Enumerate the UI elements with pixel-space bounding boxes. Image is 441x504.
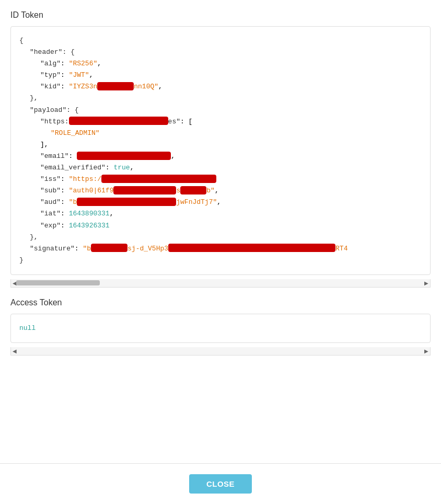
code-line: "payload": { bbox=[19, 105, 422, 116]
access-token-code-block: null bbox=[10, 314, 431, 343]
access-token-value: null bbox=[19, 324, 36, 332]
code-line: null bbox=[19, 323, 422, 334]
access-token-section: Access Token null ◀ ▶ bbox=[10, 298, 431, 356]
code-line: } bbox=[19, 255, 422, 266]
scroll-right-arrow[interactable]: ▶ bbox=[424, 280, 428, 286]
code-line: "exp": 1643926331 bbox=[19, 220, 422, 232]
modal-container: ID Token { "header": { "alg": "RS256", "… bbox=[0, 0, 441, 504]
code-line: "https:es": [ bbox=[19, 116, 422, 128]
close-button[interactable]: CLOSE bbox=[189, 474, 252, 494]
code-line: "iss": "https:/ bbox=[19, 174, 422, 185]
code-line: { bbox=[19, 35, 422, 47]
scrollbar-thumb[interactable] bbox=[16, 280, 100, 285]
code-line: "iat": 1643890331, bbox=[19, 208, 422, 220]
modal-footer: CLOSE bbox=[0, 463, 441, 504]
code-line: "kid": "IYZS3nnn10Q", bbox=[19, 81, 422, 93]
scrollbar-track-2 bbox=[11, 349, 430, 353]
code-line: "signature": "bsj-d_V5Hp3RT4 bbox=[19, 243, 422, 255]
code-line: "email_verified": true, bbox=[19, 162, 422, 174]
access-token-title: Access Token bbox=[10, 298, 431, 307]
code-line: }, bbox=[19, 232, 422, 243]
access-token-scrollbar[interactable]: ◀ ▶ bbox=[10, 347, 431, 356]
code-line: }, bbox=[19, 93, 422, 104]
code-line: "aud": "bjwFnJdTj7", bbox=[19, 197, 422, 208]
code-line: ], bbox=[19, 139, 422, 151]
id-token-section: ID Token { "header": { "alg": "RS256", "… bbox=[10, 10, 431, 288]
id-token-scrollbar[interactable]: ◀ ▶ bbox=[10, 279, 431, 288]
id-token-code-block: { "header": { "alg": "RS256", "typ": "JW… bbox=[10, 26, 431, 275]
scrollbar-track bbox=[11, 281, 430, 285]
scroll-right-arrow-2[interactable]: ▶ bbox=[424, 348, 428, 354]
modal-content: ID Token { "header": { "alg": "RS256", "… bbox=[0, 0, 441, 463]
code-line: "ROLE_ADMIN" bbox=[19, 128, 422, 139]
code-line: "typ": "JWT", bbox=[19, 70, 422, 81]
json-brace: { bbox=[19, 37, 24, 44]
code-line: "alg": "RS256", bbox=[19, 58, 422, 70]
code-line: "header": { bbox=[19, 47, 422, 58]
code-line: "sub": "auth0|61f9sb", bbox=[19, 185, 422, 197]
code-line: "email": , bbox=[19, 151, 422, 162]
id-token-title: ID Token bbox=[10, 10, 431, 20]
